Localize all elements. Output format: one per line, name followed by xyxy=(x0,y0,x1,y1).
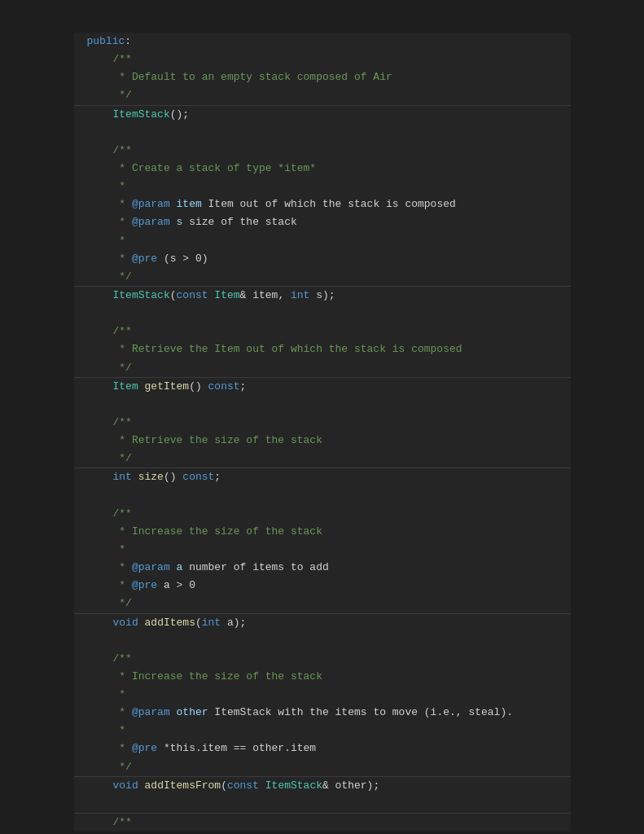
code-line: * Default to an empty stack composed of … xyxy=(74,68,571,86)
code-line: int size() const; xyxy=(74,467,571,486)
code-line: /** xyxy=(74,505,571,523)
code-line: * Retrieve the size of the stack xyxy=(74,432,571,450)
code-line xyxy=(74,795,571,813)
code-line: * @param item Item out of which the stac… xyxy=(74,195,571,213)
code-line: * @pre (s > 0) xyxy=(74,250,571,268)
code-line: */ xyxy=(74,450,571,467)
code-line: * Retrieve the Item out of which the sta… xyxy=(74,340,571,358)
code-line: */ xyxy=(74,359,571,377)
code-line xyxy=(74,305,571,323)
code-line xyxy=(74,396,571,414)
code-line: void addItemsFrom(const ItemStack& other… xyxy=(74,776,571,795)
code-line: /** xyxy=(74,650,571,668)
code-line: * Increase the size of the stack xyxy=(74,668,571,686)
code-line: */ xyxy=(74,86,571,104)
code-line: * xyxy=(74,178,571,195)
code-line: * @param other ItemStack with the items … xyxy=(74,704,571,722)
code-line: */ xyxy=(74,595,571,612)
code-line: * xyxy=(74,686,571,704)
code-line: void addItems(int a); xyxy=(74,613,571,632)
code-line: /** xyxy=(74,414,571,432)
code-line xyxy=(74,124,571,142)
code-line: * @param s size of the stack xyxy=(74,213,571,231)
code-line: * xyxy=(74,722,571,740)
code-line: /** xyxy=(74,813,571,832)
code-line: /** xyxy=(74,323,571,340)
code-line: ItemStack(const Item& item, int s); xyxy=(74,286,571,305)
code-line xyxy=(74,487,571,505)
code-editor: public:/** * Default to an empty stack c… xyxy=(74,33,571,832)
code-line: * xyxy=(74,232,571,250)
code-line: * @pre *this.item == other.item xyxy=(74,740,571,757)
code-line: /** xyxy=(74,142,571,160)
code-line: public: xyxy=(74,33,571,50)
code-line: * @param a number of items to add xyxy=(74,559,571,577)
code-line: Item getItem() const; xyxy=(74,377,571,396)
code-line: */ xyxy=(74,758,571,776)
code-line: */ xyxy=(74,268,571,286)
code-line: * xyxy=(74,541,571,559)
code-line: /** xyxy=(74,50,571,68)
code-line: * @pre a > 0 xyxy=(74,577,571,595)
code-line: * Create a stack of type *item* xyxy=(74,160,571,178)
code-line: * Increase the size of the stack xyxy=(74,523,571,541)
code-line: ItemStack(); xyxy=(74,105,571,124)
code-line xyxy=(74,632,571,650)
